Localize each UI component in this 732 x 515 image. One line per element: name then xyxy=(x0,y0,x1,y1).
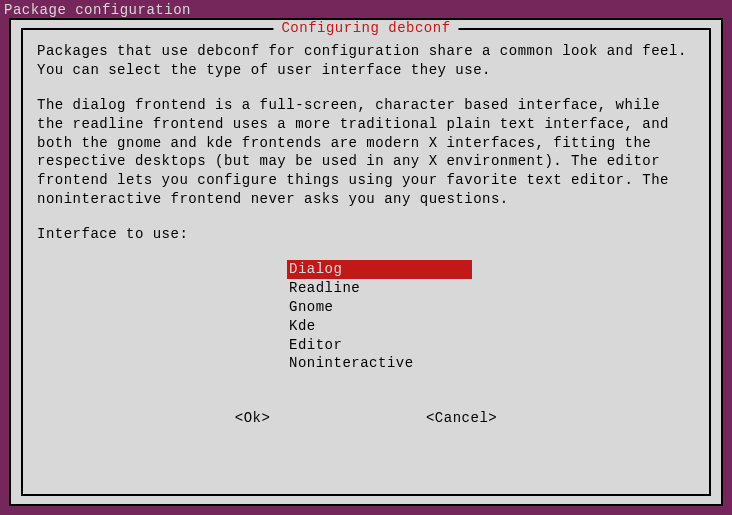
option-kde[interactable]: Kde xyxy=(287,317,472,336)
interface-prompt: Interface to use: xyxy=(37,225,695,244)
option-dialog[interactable]: Dialog xyxy=(287,260,472,279)
cancel-button[interactable]: <Cancel> xyxy=(426,409,497,428)
dialog-content: Packages that use debconf for configurat… xyxy=(23,30,709,440)
dialog-frame: Configuring debconf Packages that use de… xyxy=(21,28,711,496)
dialog-title: Configuring debconf xyxy=(273,20,458,36)
option-gnome[interactable]: Gnome xyxy=(287,298,472,317)
option-readline[interactable]: Readline xyxy=(287,279,472,298)
ok-button[interactable]: <Ok> xyxy=(235,409,271,428)
option-noninteractive[interactable]: Noninteractive xyxy=(287,354,472,373)
page-title: Package configuration xyxy=(4,2,191,18)
description-paragraph-1: Packages that use debconf for configurat… xyxy=(37,42,695,80)
option-editor[interactable]: Editor xyxy=(287,336,472,355)
button-row: <Ok> <Cancel> xyxy=(37,409,695,428)
option-list: Dialog Readline Gnome Kde Editor Noninte… xyxy=(287,260,695,373)
outer-frame: Configuring debconf Packages that use de… xyxy=(9,18,723,506)
description-paragraph-2: The dialog frontend is a full-screen, ch… xyxy=(37,96,695,209)
